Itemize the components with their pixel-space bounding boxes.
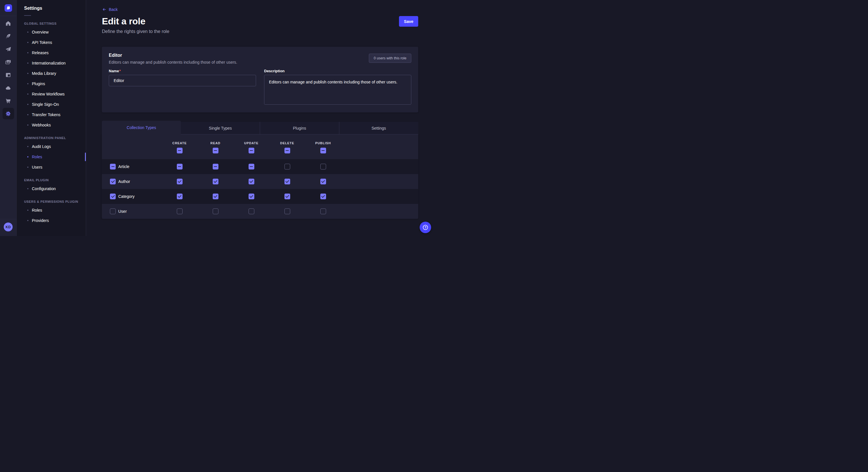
permission-row-category: Category	[102, 189, 418, 204]
paper-plane-icon[interactable]	[3, 43, 14, 55]
subnav-item-review-workflows[interactable]: Review Workflows	[17, 89, 86, 99]
subnav-item-releases[interactable]: Releases	[17, 47, 86, 58]
feather-icon[interactable]	[3, 30, 14, 42]
permission-checkbox[interactable]	[213, 208, 218, 214]
role-name-heading: Editor	[109, 53, 237, 58]
subnav-item-providers[interactable]: Providers	[17, 215, 86, 226]
cart-icon[interactable]	[3, 95, 14, 106]
column-select-checkbox[interactable]	[249, 148, 254, 154]
help-button[interactable]: ?	[420, 222, 431, 233]
tab-label: Single Types	[209, 126, 232, 131]
permission-checkbox[interactable]	[320, 164, 326, 169]
subnav-title-rule	[24, 15, 31, 16]
subnav-item-audit-logs[interactable]: Audit Logs	[17, 141, 86, 152]
save-button[interactable]: Save	[399, 16, 418, 27]
subnav-item-label: Roles	[32, 155, 42, 159]
column-read: READ	[197, 134, 234, 159]
tab-settings[interactable]: Settings	[339, 122, 418, 134]
row-select-checkbox[interactable]	[110, 208, 116, 214]
permission-checkbox[interactable]	[284, 179, 290, 184]
permission-checkbox[interactable]	[249, 179, 254, 184]
row-label-cell: Author	[102, 179, 162, 184]
permission-checkbox[interactable]	[249, 164, 254, 169]
row-select-checkbox[interactable]	[110, 164, 116, 169]
permission-checkbox[interactable]	[213, 164, 218, 169]
subnav-item-webhooks[interactable]: Webhooks	[17, 120, 86, 130]
permission-checkbox[interactable]	[213, 194, 218, 199]
subnav-item-label: Users	[32, 165, 42, 169]
subnav-item-plugins[interactable]: Plugins	[17, 78, 86, 89]
subnav-item-configuration[interactable]: Configuration	[17, 183, 86, 194]
tab-label: Settings	[371, 126, 386, 131]
column-select-checkbox[interactable]	[284, 148, 290, 154]
subnav-section: EMAIL PLUGIN Configuration	[17, 178, 86, 194]
permission-checkbox[interactable]	[284, 164, 290, 169]
permission-checkbox[interactable]	[177, 179, 183, 184]
column-select-checkbox[interactable]	[177, 148, 183, 154]
role-info-card: Editor Editors can manage and publish co…	[102, 47, 418, 112]
gear-icon[interactable]	[3, 108, 14, 119]
bullet-icon	[27, 42, 28, 43]
subnav-item-users[interactable]: Users	[17, 162, 86, 172]
row-select-checkbox[interactable]	[110, 179, 116, 184]
bullet-icon	[27, 114, 28, 115]
subnav-item-api-tokens[interactable]: API Tokens	[17, 37, 86, 47]
svg-text:?: ?	[425, 226, 427, 229]
bullet-icon	[27, 52, 28, 53]
tab-collection-types[interactable]: Collection Types	[102, 121, 181, 134]
bullet-icon	[27, 125, 28, 126]
permission-checkbox[interactable]	[177, 208, 183, 214]
permission-checkbox[interactable]	[320, 208, 326, 214]
bullet-icon	[27, 32, 28, 33]
question-mark-icon: ?	[422, 224, 429, 231]
permission-checkbox[interactable]	[284, 194, 290, 199]
subnav-item-single-sign-on[interactable]: Single Sign-On	[17, 99, 86, 109]
subnav-section: USERS & PERMISSIONS PLUGIN Roles Provide…	[17, 200, 86, 226]
row-label-cell: Category	[102, 194, 162, 199]
users-with-role-button[interactable]: 0 users with this role	[369, 54, 411, 63]
permission-checkbox[interactable]	[213, 179, 218, 184]
rail-divider-bottom	[0, 219, 17, 220]
cloud-icon[interactable]	[3, 82, 14, 94]
back-link[interactable]: Back	[102, 7, 118, 12]
subnav-title: Settings	[17, 0, 86, 11]
permission-checkbox[interactable]	[249, 194, 254, 199]
row-select-checkbox[interactable]	[110, 194, 116, 199]
tab-single-types[interactable]: Single Types	[181, 122, 260, 134]
name-input[interactable]	[109, 75, 256, 86]
home-icon[interactable]	[3, 18, 14, 29]
strapi-logo[interactable]	[5, 4, 12, 12]
description-textarea[interactable]: Editors can manage and publish contents …	[264, 75, 411, 105]
subnav-item-roles[interactable]: Roles	[17, 205, 86, 215]
bullet-icon	[27, 146, 28, 147]
bullet-icon	[27, 83, 28, 84]
tab-plugins[interactable]: Plugins	[260, 122, 339, 134]
column-label: UPDATE	[244, 141, 259, 145]
strapi-logo-glyph	[6, 6, 11, 10]
subnav-item-media-library[interactable]: Media Library	[17, 68, 86, 78]
page-subtitle: Define the rights given to the role	[102, 29, 418, 34]
page-title: Edit a role	[102, 16, 145, 27]
subnav-section-label: USERS & PERMISSIONS PLUGIN	[24, 200, 79, 203]
permission-checkbox[interactable]	[177, 194, 183, 199]
permission-checkbox[interactable]	[249, 208, 254, 214]
row-label-cell: Article	[102, 164, 162, 169]
permission-checkbox[interactable]	[320, 179, 326, 184]
permission-checkbox[interactable]	[284, 208, 290, 214]
column-select-checkbox[interactable]	[320, 148, 326, 154]
permission-checkbox[interactable]	[320, 194, 326, 199]
column-label: CREATE	[173, 141, 187, 145]
column-select-checkbox[interactable]	[213, 148, 218, 154]
back-label: Back	[109, 7, 118, 12]
subnav-item-label: Overview	[32, 30, 49, 34]
permission-checkbox[interactable]	[177, 164, 183, 169]
subnav-item-roles[interactable]: Roles	[17, 152, 86, 162]
user-avatar[interactable]: KD	[4, 223, 12, 231]
subnav-item-transfer-tokens[interactable]: Transfer Tokens	[17, 109, 86, 120]
subnav-item-label: Providers	[32, 218, 49, 223]
images-icon[interactable]	[3, 56, 14, 68]
layout-icon[interactable]	[3, 69, 14, 80]
subnav-item-internationalization[interactable]: Internationalization	[17, 58, 86, 68]
subnav-item-overview[interactable]: Overview	[17, 27, 86, 37]
subnav-section-label: GLOBAL SETTINGS	[24, 22, 79, 25]
